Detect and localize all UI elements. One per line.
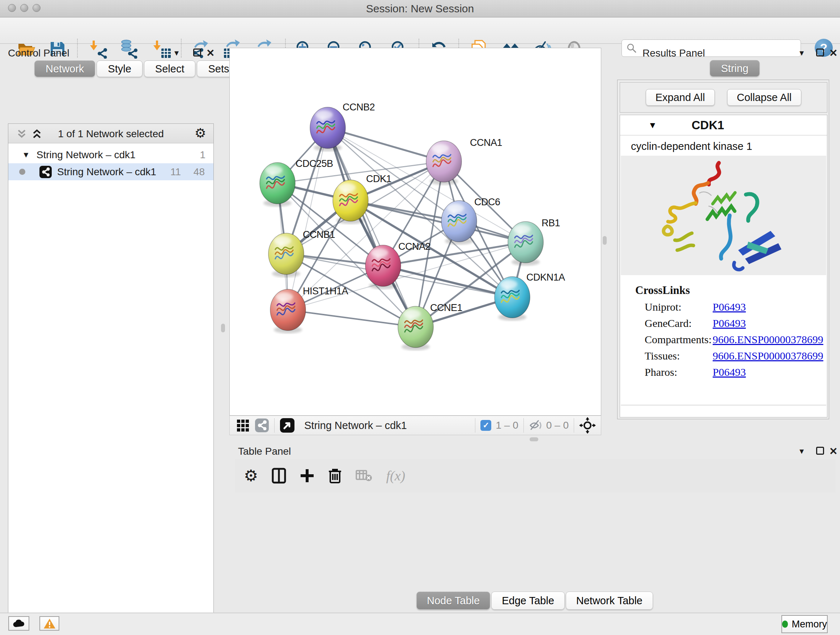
network-collection-row[interactable]: ▼ String Network – cdk1 1 (8, 146, 213, 163)
hidden-node-edge-counts: 0 – 0 (546, 420, 569, 431)
expand-all-button[interactable]: Expand All (646, 89, 715, 106)
results-buttons-row: Expand All Collapse All (620, 82, 827, 112)
panel-menu-icon[interactable]: ▾ (174, 48, 179, 58)
memory-status-dot (782, 621, 788, 628)
crosslink-row: GeneCard:P06493 (645, 317, 826, 329)
crosslink-link[interactable]: P06493 (713, 317, 746, 329)
crosslink-link[interactable]: P06493 (713, 366, 746, 378)
gene-collapse-icon[interactable]: ▼ (648, 120, 657, 130)
toolbar-divider (523, 418, 524, 432)
window-close-light[interactable] (8, 4, 16, 12)
tab-network[interactable]: Network (34, 60, 95, 77)
bottom-splitter-handle[interactable] (530, 437, 538, 441)
network-node-CDKN1A[interactable]: CDKN1A (494, 272, 565, 321)
gene-description: cyclin-dependent kinase 1 (620, 135, 827, 152)
crosslink-label: Pharos: (645, 366, 713, 378)
crosslink-label: GeneCard: (645, 317, 713, 329)
network-node-CCNE1[interactable]: CCNE1 (398, 302, 462, 350)
collapse-all-button[interactable]: Collapse All (727, 89, 802, 106)
crosslink-link[interactable]: 9606.ENSP00000378699 (713, 350, 823, 362)
main-toolbar: ? (0, 18, 840, 44)
node-label-CCNB1: CCNB1 (303, 229, 335, 240)
gene-header-row[interactable]: ▼ CDK1 (620, 115, 827, 135)
crosslink-link[interactable]: P06493 (713, 301, 746, 313)
collection-count: 1 (200, 149, 205, 161)
structure-image-frame (621, 156, 826, 275)
tab-network-table[interactable]: Network Table (566, 592, 653, 610)
network-edge-CCNB2-HIST1H1A[interactable] (288, 128, 328, 310)
node-label-HIST1H1A: HIST1H1A (303, 286, 348, 296)
network-node-CCNA1[interactable]: CCNA1 (426, 137, 502, 185)
table-settings-gear-icon[interactable]: ⚙ (244, 468, 258, 484)
selected-checkbox-icon[interactable]: ✓ (480, 420, 491, 431)
network-canvas[interactable]: CCNB2CCNA1CDC25BCDK1CDC6RB1CCNB1CCNA2CDK… (229, 48, 601, 416)
control-panel-tabs: NetworkStyleSelectSets (34, 60, 240, 77)
network-list-header: 1 of 1 Network selected ⚙ (8, 124, 213, 143)
fit-content-crosshair-icon[interactable] (579, 417, 596, 434)
node-label-CDC6: CDC6 (474, 196, 500, 207)
panel-float-icon[interactable] (816, 447, 824, 455)
gene-panel: ▼ CDK1 cyclin-dependent kinase 1 (620, 115, 827, 417)
panel-menu-icon[interactable]: ▾ (799, 48, 804, 58)
show-columns-icon[interactable] (272, 468, 286, 484)
cloud-status-icon[interactable] (8, 616, 29, 631)
tab-style[interactable]: Style (96, 60, 142, 77)
network-badge-icon[interactable] (255, 418, 269, 432)
control-panel: Control Panel ▾ ✕ NetworkStyleSelectSets… (0, 44, 220, 613)
window-zoom-light[interactable] (33, 4, 41, 12)
network-node-CCNA2[interactable]: CCNA2 (365, 241, 431, 289)
tab-node-table[interactable]: Node Table (416, 592, 490, 610)
network-graph: CCNB2CCNA1CDC25BCDK1CDC6RB1CCNB1CCNA2CDK… (230, 48, 601, 415)
crosslinks-section: CrossLinks Uniprot:P06493GeneCard:P06493… (620, 284, 826, 378)
network-row-selected[interactable]: String Network – cdk1 11 48 (8, 163, 213, 180)
crosslink-row: Tissues:9606.ENSP00000378699 (645, 350, 826, 362)
toolbar-divider (274, 418, 275, 432)
string-network-icon (39, 165, 52, 179)
panel-close-icon[interactable]: ✕ (829, 47, 837, 59)
panel-float-icon[interactable] (816, 49, 824, 57)
window-minimize-light[interactable] (20, 4, 28, 12)
left-splitter-handle[interactable] (221, 324, 225, 333)
network-edge-CCNB2-CCNE1[interactable] (328, 128, 416, 327)
title-bar: Session: New Session (0, 0, 840, 17)
clear-table-icon (355, 469, 372, 482)
network-node-CDK1[interactable]: CDK1 (333, 173, 392, 224)
network-node-RB1[interactable]: RB1 (508, 218, 560, 266)
network-node-HIST1H1A[interactable]: HIST1H1A (270, 286, 348, 333)
network-selected-status: 1 of 1 Network selected (8, 128, 213, 140)
table-toolbar: ⚙ f(x) (235, 459, 836, 492)
grid-view-icon[interactable] (237, 420, 249, 432)
memory-button[interactable]: Memory (782, 615, 828, 633)
results-panel-title: Results Panel (643, 48, 705, 59)
panel-close-icon[interactable]: ✕ (206, 47, 215, 59)
warning-status-icon[interactable] (39, 616, 59, 631)
network-node-CDC25B[interactable]: CDC25B (260, 158, 333, 207)
network-options-gear-icon[interactable]: ⚙ (195, 127, 206, 140)
string-results-container: Expand All Collapse All ▼ CDK1 cyclin-de… (617, 80, 829, 419)
add-column-icon[interactable] (300, 469, 314, 483)
network-edge-CCNE1-HIST1H1A[interactable] (288, 310, 416, 327)
window-title: Session: New Session (0, 0, 840, 17)
tree-expand-icon[interactable]: ▼ (22, 150, 30, 160)
panel-menu-icon[interactable]: ▾ (799, 446, 804, 456)
node-label-CCNE1: CCNE1 (430, 302, 462, 313)
function-builder-icon: f(x) (386, 468, 405, 484)
tab-edge-table[interactable]: Edge Table (491, 592, 565, 610)
crosslink-link[interactable]: 9606.ENSP00000378699 (713, 333, 823, 346)
node-label-CCNB2: CCNB2 (343, 102, 375, 112)
right-splitter-handle[interactable] (603, 236, 607, 245)
network-node-CCNB2[interactable]: CCNB2 (310, 102, 375, 151)
toolbar-divider (574, 418, 574, 432)
node-label-CCNA1: CCNA1 (470, 137, 502, 148)
control-panel-title: Control Panel (8, 48, 69, 59)
birds-eye-icon[interactable] (279, 418, 295, 433)
tab-select[interactable]: Select (144, 60, 196, 77)
panel-close-icon[interactable]: ✕ (829, 445, 837, 457)
tab-string[interactable]: String (710, 60, 760, 77)
panel-float-icon[interactable] (193, 49, 201, 57)
status-bar: Memory (0, 613, 840, 635)
crosslink-row: Compartments:9606.ENSP00000378699 (645, 333, 826, 346)
protein-structure-image (653, 157, 794, 273)
delete-column-icon[interactable] (328, 468, 342, 484)
network-node-CCNB1[interactable]: CCNB1 (268, 229, 335, 277)
